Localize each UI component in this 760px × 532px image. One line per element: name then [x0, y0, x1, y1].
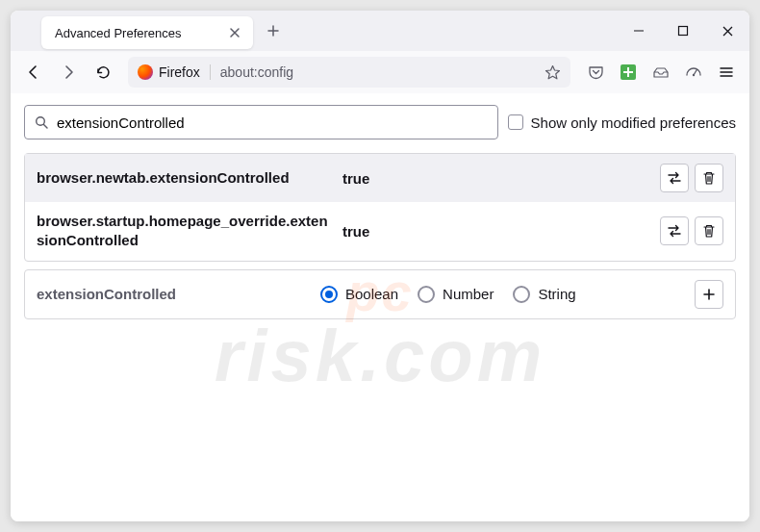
forward-button[interactable]: [53, 57, 84, 88]
radio-string[interactable]: String: [513, 286, 575, 303]
site-identity[interactable]: Firefox: [138, 64, 211, 80]
firefox-icon: [138, 64, 153, 80]
show-modified-label: Show only modified preferences: [531, 114, 736, 131]
close-window-button[interactable]: [705, 11, 749, 51]
minimize-button[interactable]: [617, 11, 661, 51]
radio-boolean[interactable]: Boolean: [320, 286, 398, 303]
radio-label: Boolean: [345, 286, 398, 302]
radio-dot-icon: [513, 286, 530, 303]
tab-title: Advanced Preferences: [55, 26, 226, 40]
toggle-button[interactable]: [660, 216, 689, 245]
pref-name: browser.startup.homepage_override.extens…: [37, 212, 335, 251]
new-pref-name: extensionControlled: [37, 286, 320, 302]
browser-tab[interactable]: Advanced Preferences: [41, 16, 253, 49]
inbox-icon[interactable]: [646, 57, 676, 88]
pref-value: true: [335, 223, 660, 240]
svg-point-1: [693, 74, 695, 76]
preferences-table: browser.newtab.extensionControlled true …: [24, 153, 736, 262]
add-pref-button[interactable]: [695, 280, 723, 309]
menu-button[interactable]: [711, 57, 742, 88]
nav-toolbar: Firefox about:config: [11, 51, 749, 93]
back-button[interactable]: [18, 57, 49, 88]
pref-row-actions: [660, 164, 723, 192]
extension-icon[interactable]: [613, 57, 644, 88]
search-row: Show only modified preferences: [24, 105, 736, 139]
close-tab-icon[interactable]: [226, 24, 243, 41]
titlebar: Advanced Preferences: [11, 11, 749, 51]
pref-row-actions: [660, 216, 723, 245]
identity-label: Firefox: [159, 64, 200, 80]
pref-value: true: [335, 170, 660, 187]
show-modified-checkbox[interactable]: [508, 114, 523, 130]
url-text: about:config: [220, 64, 539, 80]
svg-rect-0: [679, 27, 688, 36]
page-content: Show only modified preferences browser.n…: [11, 93, 749, 521]
show-modified-control[interactable]: Show only modified preferences: [508, 114, 736, 131]
toolbar-right-icons: [580, 57, 742, 88]
maximize-button[interactable]: [661, 11, 705, 51]
reload-button[interactable]: [88, 57, 118, 88]
pref-row: browser.startup.homepage_override.extens…: [25, 202, 735, 261]
delete-button[interactable]: [695, 216, 723, 245]
radio-label: String: [538, 286, 575, 302]
radio-label: Number: [443, 286, 494, 302]
pref-search-box[interactable]: [24, 105, 498, 139]
delete-button[interactable]: [695, 164, 723, 192]
pref-row: browser.newtab.extensionControlled true: [25, 154, 735, 202]
new-tab-button[interactable]: [259, 16, 288, 45]
bookmark-star-icon[interactable]: [545, 64, 561, 81]
address-bar[interactable]: Firefox about:config: [128, 57, 570, 88]
search-icon: [35, 115, 49, 130]
window-controls: [617, 11, 749, 51]
type-radio-group: Boolean Number String: [320, 286, 695, 303]
toggle-button[interactable]: [660, 164, 689, 192]
radio-dot-icon: [418, 286, 435, 303]
radio-number[interactable]: Number: [418, 286, 494, 303]
radio-dot-icon: [320, 286, 338, 303]
new-pref-row: extensionControlled Boolean Number Strin…: [24, 269, 736, 319]
browser-window: Advanced Preferences: [11, 11, 749, 521]
dashboard-icon[interactable]: [678, 57, 709, 88]
pref-name: browser.newtab.extensionControlled: [37, 168, 335, 188]
pocket-icon[interactable]: [580, 57, 611, 88]
pref-search-input[interactable]: [57, 114, 488, 131]
